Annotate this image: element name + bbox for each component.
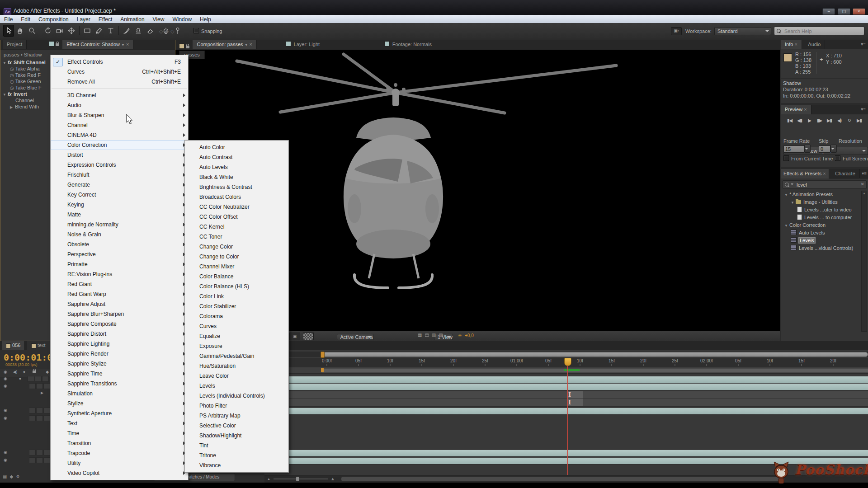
step-forward-icon[interactable]: ▮▶ xyxy=(815,117,824,124)
twirl-open-icon[interactable]: ▼ xyxy=(784,191,789,199)
full-screen-checkbox[interactable] xyxy=(835,155,840,161)
eye-icon[interactable]: ◉ xyxy=(4,384,7,388)
zoom-in-mountain-icon[interactable]: ▲ xyxy=(330,476,335,481)
menu-category-matte[interactable]: Matte xyxy=(51,210,188,220)
camera-tool-icon[interactable] xyxy=(54,25,65,37)
viewer-option-icons[interactable]: ▦▤▥▨ xyxy=(418,333,446,338)
eye-icon[interactable]: ◉ xyxy=(4,458,7,462)
switch-box[interactable] xyxy=(29,450,36,455)
eraser-tool-icon[interactable] xyxy=(145,25,156,37)
menu-category-red-giant-warp[interactable]: Red Giant Warp xyxy=(51,289,188,299)
brush-tool-icon[interactable] xyxy=(121,25,132,37)
switch-box[interactable] xyxy=(43,450,50,455)
effects-search-input[interactable] xyxy=(796,181,856,188)
switch-box[interactable] xyxy=(29,457,36,463)
submenu-item-cc-color-offset[interactable]: CC Color Offset xyxy=(185,212,288,222)
menu-file[interactable]: File xyxy=(0,15,17,23)
comp-lock-icon[interactable] xyxy=(186,46,189,48)
playhead-line[interactable] xyxy=(567,358,568,483)
menu-help[interactable]: Help xyxy=(196,15,215,23)
rect-tool-icon[interactable] xyxy=(82,25,93,37)
timeline-tab-056[interactable]: 056 xyxy=(2,341,25,350)
menu-category-sapphire-lighting[interactable]: Sapphire Lighting xyxy=(51,339,188,349)
menu-edit[interactable]: Edit xyxy=(17,15,34,23)
panel-menu-icon[interactable]: ▾≡ xyxy=(861,107,866,112)
submenu-item-shadow-highlight[interactable]: Shadow/Highlight xyxy=(185,431,288,441)
submenu-item-selective-color[interactable]: Selective Color xyxy=(185,421,288,431)
full-screen-toggle[interactable]: Full Screen xyxy=(835,155,868,161)
menu-category-stylize[interactable]: Stylize xyxy=(51,399,188,408)
selection-tool-icon[interactable] xyxy=(3,25,14,37)
menu-category-distort[interactable]: Distort xyxy=(51,150,188,160)
tab-close-icon[interactable]: × xyxy=(126,42,129,47)
type-tool-icon[interactable] xyxy=(105,25,116,37)
solo-dot-icon[interactable]: ● xyxy=(19,376,21,381)
switch-box[interactable] xyxy=(43,408,50,413)
menu-category-utility[interactable]: Utility xyxy=(51,458,188,468)
tree-item-animation-presets[interactable]: ▼* Animation Presets xyxy=(783,191,863,198)
menu-category-cinema-4d[interactable]: CINEMA 4D xyxy=(51,130,188,140)
submenu-item-auto-contrast[interactable]: Auto Contrast xyxy=(185,152,288,162)
submenu-item-vibrance[interactable]: Vibrance xyxy=(185,460,288,470)
search-options-icon[interactable] xyxy=(791,183,793,185)
comp-tab-dropdown-icon[interactable]: ▼ xyxy=(245,43,248,47)
tree-item-color-correction[interactable]: ▼Color Correction xyxy=(783,221,863,229)
submenu-item-exposure[interactable]: Exposure xyxy=(185,341,288,351)
work-area-start-handle[interactable] xyxy=(321,368,324,372)
submenu-item-equalize[interactable]: Equalize xyxy=(185,331,288,341)
submenu-item-photo-filter[interactable]: Photo Filter xyxy=(185,401,288,411)
transparency-grid-icon[interactable] xyxy=(303,333,314,340)
camera-select[interactable]: Active Camera xyxy=(337,334,373,340)
twirl-open-icon[interactable]: ▼ xyxy=(791,199,796,206)
menu-category-sapphire-blur-sharpen[interactable]: Sapphire Blur+Sharpen xyxy=(51,309,188,319)
tab-dropdown-icon[interactable]: ▼ xyxy=(121,43,125,47)
scrollbar[interactable]: ▲ xyxy=(861,191,867,332)
submenu-item-cc-toner[interactable]: CC Toner xyxy=(185,232,288,242)
tab-info[interactable]: Info × xyxy=(781,40,802,49)
ram-preview-icon[interactable]: ▶▮ xyxy=(855,117,864,124)
tab-composition[interactable]: Composition: passes ▼ × xyxy=(193,40,257,49)
submenu-item-color-balance[interactable]: Color Balance xyxy=(185,272,288,282)
submenu-item-levels[interactable]: Levels xyxy=(185,381,288,391)
submenu-item-curves[interactable]: Curves xyxy=(185,321,288,331)
submenu-item-tint[interactable]: Tint xyxy=(185,441,288,450)
panel-menu-icon[interactable]: ▾≡ xyxy=(861,42,866,47)
menu-category-key-correct[interactable]: Key Correct xyxy=(51,190,188,200)
hand-tool-icon[interactable] xyxy=(15,25,26,37)
go-to-end-icon[interactable]: ▶▮ xyxy=(825,117,834,124)
tab-layer[interactable]: Layer: Light xyxy=(282,40,324,49)
menu-category-red-giant[interactable]: Red Giant xyxy=(51,279,188,289)
lock-icon[interactable] xyxy=(56,43,59,46)
submenu-item-auto-levels[interactable]: Auto Levels xyxy=(185,162,288,172)
switch-box[interactable] xyxy=(36,415,43,421)
menu-category-generate[interactable]: Generate xyxy=(51,180,188,190)
tab-effect-controls[interactable]: Effect Controls: Shadow ▼ × xyxy=(62,40,133,49)
keyframe-icon[interactable]: I xyxy=(568,392,571,398)
search-input[interactable] xyxy=(783,27,862,35)
stamp-tool-icon[interactable] xyxy=(133,25,144,37)
submenu-item-change-to-color[interactable]: Change to Color xyxy=(185,252,288,262)
menu-layer[interactable]: Layer xyxy=(73,15,94,23)
submenu-item-brightness-contrast[interactable]: Brightness & Contrast xyxy=(185,182,288,192)
menu-category-sapphire-stylize[interactable]: Sapphire Stylize xyxy=(51,359,188,369)
twirl-closed-icon[interactable]: ▶ xyxy=(10,104,15,111)
eye-icon[interactable]: ◉ xyxy=(4,416,7,420)
menu-category-sapphire-distort[interactable]: Sapphire Distort xyxy=(51,329,188,339)
menu-category-sapphire-adjust[interactable]: Sapphire Adjust xyxy=(51,299,188,309)
submenu-item-auto-color[interactable]: Auto Color xyxy=(185,142,288,152)
close-button[interactable]: × xyxy=(853,8,865,15)
exposure-icon[interactable]: ✳ xyxy=(458,333,462,338)
tab-preview[interactable]: Preview × xyxy=(781,105,811,114)
from-current-time-checkbox[interactable] xyxy=(783,155,789,161)
switch-box[interactable] xyxy=(29,415,36,421)
menu-category-3d-channel[interactable]: 3D Channel xyxy=(51,90,188,100)
menu-category-expression-controls[interactable]: Expression Controls xyxy=(51,160,188,170)
menu-item-remove-all[interactable]: Remove AllCtrl+Shift+E xyxy=(51,77,188,87)
menu-category-keying[interactable]: Keying xyxy=(51,200,188,210)
menu-category-transition[interactable]: Transition xyxy=(51,438,188,448)
menu-category-sapphire-time[interactable]: Sapphire Time xyxy=(51,369,188,379)
switch-box[interactable] xyxy=(36,408,43,413)
submenu-item-broadcast-colors[interactable]: Broadcast Colors xyxy=(185,192,288,202)
help-search[interactable] xyxy=(774,27,864,35)
menu-category-perspective[interactable]: Perspective xyxy=(51,249,188,259)
